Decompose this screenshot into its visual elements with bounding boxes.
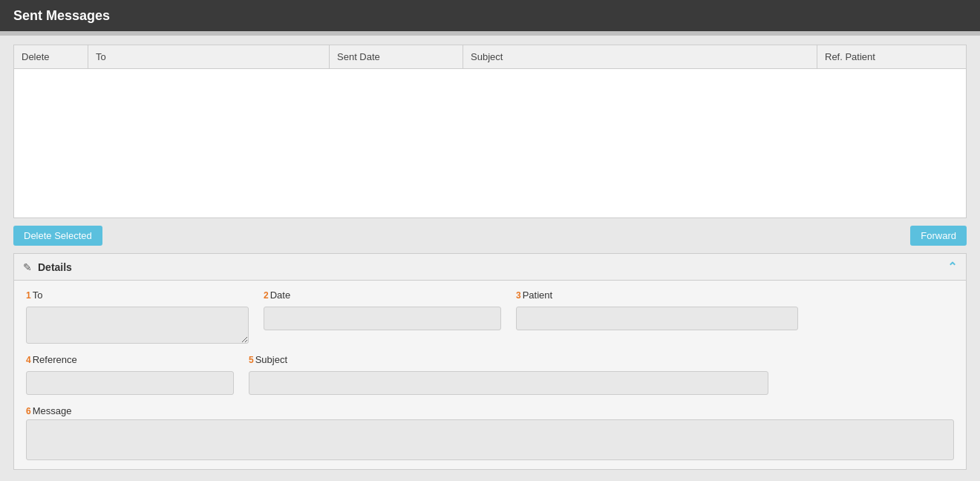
patient-input[interactable] (516, 307, 798, 330)
field-to: 1 To (26, 289, 249, 344)
subject-input[interactable] (249, 371, 768, 395)
field-name-subject: Subject (255, 354, 287, 365)
field-subject-label: 5 Subject (249, 354, 768, 365)
page-wrapper: Sent Messages Delete To Sent Date Subjec… (0, 0, 980, 481)
table-body (14, 69, 966, 217)
message-label: 6 Message (26, 405, 954, 416)
details-title: Details (38, 261, 72, 273)
chevron-up-icon[interactable]: ⌃ (947, 260, 957, 274)
col-header-to: To (88, 45, 330, 68)
details-header: ✎ Details ⌃ (14, 254, 966, 281)
details-header-left: ✎ Details (23, 261, 72, 273)
form-row-2: 4 Reference 5 Subject (26, 354, 954, 395)
field-reference: 4 Reference (26, 354, 234, 395)
details-panel: ✎ Details ⌃ 1 To (13, 253, 967, 470)
page-title: Sent Messages (13, 8, 110, 24)
reference-input[interactable] (26, 371, 234, 395)
edit-icon: ✎ (23, 261, 32, 273)
field-number-6: 6 (26, 407, 31, 416)
col-header-sent-date: Sent Date (330, 45, 463, 68)
field-reference-label: 4 Reference (26, 354, 234, 365)
page-header: Sent Messages (0, 0, 980, 31)
messages-table: Delete To Sent Date Subject Ref. Patient (13, 45, 967, 218)
field-number-4: 4 (26, 356, 31, 364)
delete-selected-button[interactable]: Delete Selected (13, 226, 102, 246)
col-header-subject: Subject (463, 45, 817, 68)
field-patient-label: 3 Patient (516, 289, 798, 301)
table-header: Delete To Sent Date Subject Ref. Patient (14, 45, 966, 69)
forward-button[interactable]: Forward (910, 226, 967, 246)
field-name-date: Date (270, 289, 290, 301)
message-section: 6 Message (26, 405, 954, 460)
field-name-to: To (33, 289, 43, 301)
field-patient: 3 Patient (516, 289, 798, 330)
message-input[interactable] (26, 419, 954, 460)
field-subject: 5 Subject (249, 354, 768, 395)
field-number-2: 2 (264, 291, 269, 300)
field-date-label: 2 Date (264, 289, 501, 301)
date-input[interactable] (264, 307, 501, 330)
details-form: 1 To 2 Date 3 (14, 281, 966, 469)
field-number-5: 5 (249, 356, 254, 364)
field-number-3: 3 (516, 291, 521, 300)
form-row-1: 1 To 2 Date 3 (26, 289, 954, 344)
to-input[interactable] (26, 307, 249, 344)
field-name-patient: Patient (523, 289, 552, 301)
field-number-1: 1 (26, 291, 31, 300)
col-header-delete: Delete (14, 45, 88, 68)
field-name-message: Message (33, 405, 72, 416)
action-bar: Delete Selected Forward (13, 218, 967, 253)
col-header-ref-patient: Ref. Patient (817, 45, 966, 68)
field-name-reference: Reference (33, 354, 77, 365)
field-to-label: 1 To (26, 289, 249, 301)
main-content: Delete To Sent Date Subject Ref. Patient… (0, 36, 980, 481)
field-date: 2 Date (264, 289, 501, 330)
